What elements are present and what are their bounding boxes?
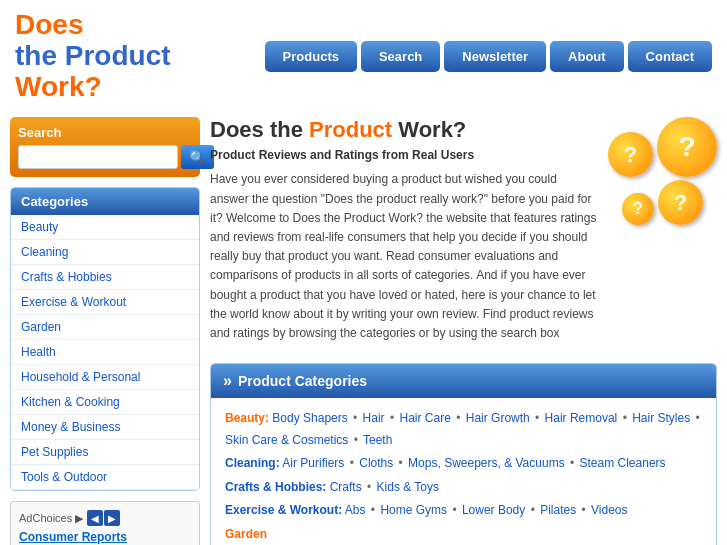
cat-cleaning[interactable]: Cleaning (11, 240, 199, 265)
sidebar-search-box: Search 🔍 (10, 117, 200, 177)
cat-garden[interactable]: Garden (11, 315, 199, 340)
main-nav: Products Search Newsletter About Contact (265, 41, 712, 72)
categories-header: Categories (11, 188, 199, 215)
product-categories-header: Product Categories (211, 364, 716, 398)
sidebar: Search 🔍 Categories Beauty Cleaning Craf… (10, 117, 200, 545)
cat-crafts[interactable]: Crafts & Hobbies (11, 265, 199, 290)
cleaning-label: Cleaning: (225, 456, 280, 470)
product-categories-label: Product Categories (238, 373, 367, 389)
search-label: Search (18, 125, 192, 140)
logo: Does the Product Work? (15, 10, 215, 102)
exercise-label: Exercise & Workout: (225, 503, 342, 517)
page-title: Does the Product Work? (210, 117, 598, 143)
adchoices-box: AdChoices ▶ ◀ ▶ Consumer Reports Website… (10, 501, 200, 545)
logo-line2: the Product (15, 41, 215, 72)
cat-line-crafts: Crafts & Hobbies: Crafts • Kids & Toys (225, 477, 702, 499)
cat-pet[interactable]: Pet Supplies (11, 440, 199, 465)
nav-products[interactable]: Products (265, 41, 357, 72)
search-input[interactable] (18, 145, 178, 169)
nav-newsletter[interactable]: Newsletter (444, 41, 546, 72)
exercise-items: Abs • Home Gyms • Lower Body • Pilates •… (345, 503, 628, 517)
nav-search[interactable]: Search (361, 41, 440, 72)
cat-line-cleaning: Cleaning: Air Purifiers • Cloths • Mops,… (225, 453, 702, 475)
cat-health[interactable]: Health (11, 340, 199, 365)
bubble-2: ? (657, 117, 717, 177)
content: Does the Product Work? Product Reviews a… (210, 117, 717, 545)
crafts-label: Crafts & Hobbies: (225, 480, 326, 494)
cat-exercise[interactable]: Exercise & Workout (11, 290, 199, 315)
product-categories-body: Beauty: Body Shapers • Hair • Hair Care … (211, 398, 716, 545)
cleaning-items: Air Purifiers • Cloths • Mops, Sweepers,… (282, 456, 665, 470)
logo-line3: Work? (15, 72, 215, 103)
cat-line-garden: Garden (225, 524, 702, 545)
cat-money[interactable]: Money & Business (11, 415, 199, 440)
adchoices-header: AdChoices ▶ ◀ ▶ (19, 510, 191, 526)
question-bubbles: ? ? ? ? (608, 117, 717, 225)
intro-text: Have you ever considered buying a produc… (210, 170, 598, 343)
subtitle: Product Reviews and Ratings from Real Us… (210, 148, 598, 162)
product-categories-section: Product Categories Beauty: Body Shapers … (210, 363, 717, 545)
categories-box: Categories Beauty Cleaning Crafts & Hobb… (10, 187, 200, 491)
beauty-items: Body Shapers • Hair • Hair Care • Hair G… (225, 411, 702, 447)
adchoices-label: AdChoices ▶ (19, 512, 83, 525)
bubble-3: ? (622, 193, 654, 225)
bubble-4: ? (658, 180, 703, 225)
cat-beauty[interactable]: Beauty (11, 215, 199, 240)
beauty-label: Beauty: (225, 411, 269, 425)
crafts-items: Crafts • Kids & Toys (330, 480, 439, 494)
nav-about[interactable]: About (550, 41, 624, 72)
cat-line-exercise: Exercise & Workout: Abs • Home Gyms • Lo… (225, 500, 702, 522)
logo-line1: Does (15, 10, 215, 41)
cat-household[interactable]: Household & Personal (11, 365, 199, 390)
cat-tools[interactable]: Tools & Outdoor (11, 465, 199, 490)
page-title-highlight: Product (309, 117, 392, 142)
bubbles-row-bottom: ? ? (622, 180, 703, 225)
search-row: 🔍 (18, 145, 192, 169)
arrow-prev[interactable]: ◀ (87, 510, 103, 526)
adchoices-arrows: ◀ ▶ (87, 510, 120, 526)
arrow-next[interactable]: ▶ (104, 510, 120, 526)
nav-contact[interactable]: Contact (628, 41, 712, 72)
garden-label: Garden (225, 527, 267, 541)
categories-list: Beauty Cleaning Crafts & Hobbies Exercis… (11, 215, 199, 490)
header: Does the Product Work? Products Search N… (0, 0, 727, 112)
main-layout: Search 🔍 Categories Beauty Cleaning Craf… (0, 112, 727, 545)
cat-line-beauty: Beauty: Body Shapers • Hair • Hair Care … (225, 408, 702, 451)
cat-kitchen[interactable]: Kitchen & Cooking (11, 390, 199, 415)
bubbles-row-top: ? ? (608, 117, 717, 177)
bubble-1: ? (608, 132, 653, 177)
adchoices-link1[interactable]: Consumer Reports (19, 530, 191, 544)
